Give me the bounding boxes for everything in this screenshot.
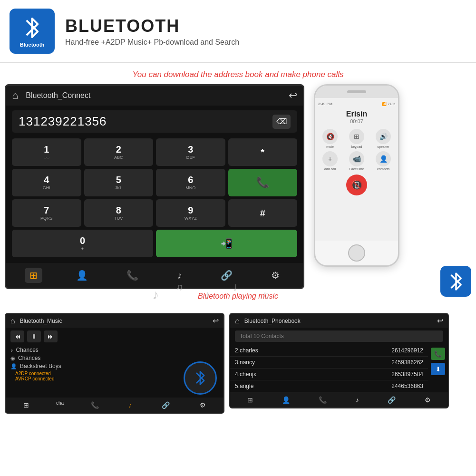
phone-top	[315, 86, 398, 98]
phone-speaker	[347, 90, 366, 93]
music-nav-search-text: cha	[56, 400, 64, 410]
call-contact-name: Erisin	[318, 110, 395, 118]
pb-content-wrap: 2.charles 2614296912 3.nancy 2459386262 …	[230, 345, 448, 392]
music-note-4: ♩	[233, 282, 237, 293]
prev-btn[interactable]: ⏮	[10, 330, 24, 342]
hu-nav-link[interactable]: 🔗	[216, 268, 237, 283]
call-btn-add[interactable]: + add call	[318, 151, 342, 171]
key-1[interactable]: 1 ⌣⌣	[12, 138, 81, 166]
music-back-icon[interactable]: ↩	[213, 316, 219, 325]
hu-backspace-btn[interactable]: ⌫	[272, 115, 291, 129]
header-text: BLUETOOTH Hand-free +A2DP Music+ Pb-down…	[65, 16, 239, 47]
key-9[interactable]: 9 WXYZ	[156, 199, 225, 227]
pb-topbar: ⌂ Bluetooth_Phonebook ↩	[230, 314, 448, 328]
page-title: BLUETOOTH	[65, 16, 239, 36]
call-end-row: 📵	[318, 175, 395, 195]
pb-name-2: 3.nancy	[235, 359, 255, 366]
pb-download-button[interactable]: ⬇	[431, 363, 445, 375]
bottom-section: ⌂ Bluetooth_Music ↩ ⏮ ⏸ ⏭ ♪ Chances ◉ Ch…	[0, 309, 476, 414]
hu-screen-title: Bluetooth_Connect	[26, 91, 289, 100]
music-note-icon: ♪	[10, 347, 13, 353]
main-section: ⌂ Bluetooth_Connect ↩ 131239221356 ⌫ 1 ⌣…	[0, 84, 476, 289]
hu-home-icon[interactable]: ⌂	[12, 89, 18, 102]
pb-contacts-list: 2.charles 2614296912 3.nancy 2459386262 …	[230, 345, 428, 392]
music-nav-keypad[interactable]: ⊞	[20, 400, 32, 410]
music-home-icon[interactable]: ⌂	[10, 317, 15, 325]
music-nav-phone[interactable]: 📞	[88, 400, 102, 410]
key-6[interactable]: 6 MNO	[156, 169, 225, 196]
hu-bottomnav: ⊞ 👤 📞 ♪ 🔗 ⚙	[6, 263, 303, 288]
phone-mockup: 2:49 PM 📶 71% Erisin 00:07 🔇 mute ⊞ keyp…	[309, 84, 404, 267]
music-nav-link[interactable]: 🔗	[159, 400, 173, 410]
music-controls: ⏮ ⏸ ⏭	[6, 328, 223, 345]
pb-row-1: 2.charles 2614296912	[230, 345, 428, 357]
phone-frame: 2:49 PM 📶 71% Erisin 00:07 🔇 mute ⊞ keyp…	[314, 84, 399, 267]
key-7[interactable]: 7 PQRS	[12, 199, 81, 227]
hu-nav-contacts[interactable]: 👤	[71, 268, 93, 283]
pb-num-2: 2459386262	[391, 359, 423, 366]
artist-name: Backstreet Boys	[20, 363, 61, 369]
pb-home-icon[interactable]: ⌂	[235, 317, 240, 325]
head-unit-screen: ⌂ Bluetooth_Connect ↩ 131239221356 ⌫ 1 ⌣…	[5, 84, 304, 289]
call-end-button[interactable]: 📵	[346, 175, 367, 195]
pb-num-4: 2446536863	[391, 383, 423, 389]
page-subtitle: Hand-free +A2DP Music+ Pb-download and S…	[65, 38, 239, 47]
music-nav-music[interactable]: ♪	[126, 400, 135, 410]
phone-home-button[interactable]	[348, 244, 365, 262]
pb-nav-settings[interactable]: ⚙	[422, 395, 434, 405]
pb-call-button[interactable]: 📞	[431, 348, 445, 360]
hu-nav-settings[interactable]: ⚙	[266, 268, 284, 283]
key-star[interactable]: *	[228, 138, 298, 166]
phone-status-bar: 2:49 PM 📶 71%	[318, 102, 395, 106]
hu-back-icon[interactable]: ↩	[289, 89, 297, 102]
pb-bottomnav: ⊞ 👤 📞 ♪ 🔗 ⚙	[230, 392, 448, 408]
hu-nav-keypad[interactable]: ⊞	[25, 268, 42, 283]
pause-btn[interactable]: ⏸	[27, 330, 41, 342]
key-call[interactable]: 📞	[228, 169, 298, 196]
key-hash[interactable]: #	[228, 199, 298, 227]
key-4[interactable]: 4 GHI	[12, 169, 81, 196]
track2-row: ◉ Chances	[10, 355, 219, 361]
pb-row-4: 5.angle 2446536863	[230, 380, 428, 392]
key-5[interactable]: 5 JKL	[84, 169, 154, 196]
pb-row-2: 3.nancy 2459386262	[230, 357, 428, 369]
call-btn-mute[interactable]: 🔇 mute	[318, 129, 342, 148]
pb-num-3: 2653897584	[391, 371, 423, 378]
pb-nav-music[interactable]: ♪	[353, 395, 362, 405]
phone-number-display: 131239221356	[19, 114, 107, 129]
pb-row-3: 4.chenjx 2653897584	[230, 369, 428, 380]
pb-nav-keypad[interactable]: ⊞	[244, 395, 256, 405]
key-0[interactable]: 0 +	[12, 230, 153, 257]
track1-row: ♪ Chances	[10, 347, 219, 353]
phonebook-screen: ⌂ Bluetooth_Phonebook ↩ Total 10 Contact…	[229, 313, 449, 408]
track1-name: Chances	[16, 347, 39, 353]
pb-search-box: Total 10 Contacts	[235, 330, 443, 342]
pb-nav-phone[interactable]: 📞	[316, 395, 330, 405]
music-nav-settings[interactable]: ⚙	[197, 400, 209, 410]
key-endcall[interactable]: 📲	[156, 230, 297, 257]
call-btn-keypad[interactable]: ⊞ keypad	[345, 129, 369, 148]
pb-nav-link[interactable]: 🔗	[385, 395, 398, 405]
pb-screen-title: Bluetooth_Phonebook	[244, 318, 437, 324]
hu-nav-music[interactable]: ♪	[173, 268, 187, 283]
promo-text: You can download the address book and ma…	[0, 63, 476, 84]
pb-back-icon[interactable]: ↩	[437, 316, 443, 325]
key-2[interactable]: 2 ABC	[84, 138, 154, 166]
pb-right-buttons: 📞 ⬇	[428, 345, 448, 392]
music-disc	[184, 361, 217, 395]
call-duration: 00:07	[318, 118, 395, 124]
hu-nav-phone[interactable]: 📞	[122, 268, 143, 283]
bluetooth-logo: Bluetooth	[10, 9, 55, 54]
pb-name-1: 2.charles	[235, 347, 258, 354]
call-btn-contacts[interactable]: 👤 contacts	[371, 151, 395, 171]
music-topbar: ⌂ Bluetooth_Music ↩	[6, 314, 223, 328]
call-btn-speaker[interactable]: 🔊 speaker	[371, 129, 395, 148]
music-note-5: ♫	[262, 289, 270, 301]
bt-icon-overlay	[440, 266, 471, 297]
key-8[interactable]: 8 TUV	[84, 199, 154, 227]
next-btn[interactable]: ⏭	[44, 330, 58, 342]
music-note-3: ♪	[204, 288, 210, 301]
pb-nav-person[interactable]: 👤	[279, 395, 293, 405]
key-3[interactable]: 3 DEF	[156, 138, 225, 166]
call-btn-facetime[interactable]: 📹 FaceTime	[345, 151, 369, 171]
